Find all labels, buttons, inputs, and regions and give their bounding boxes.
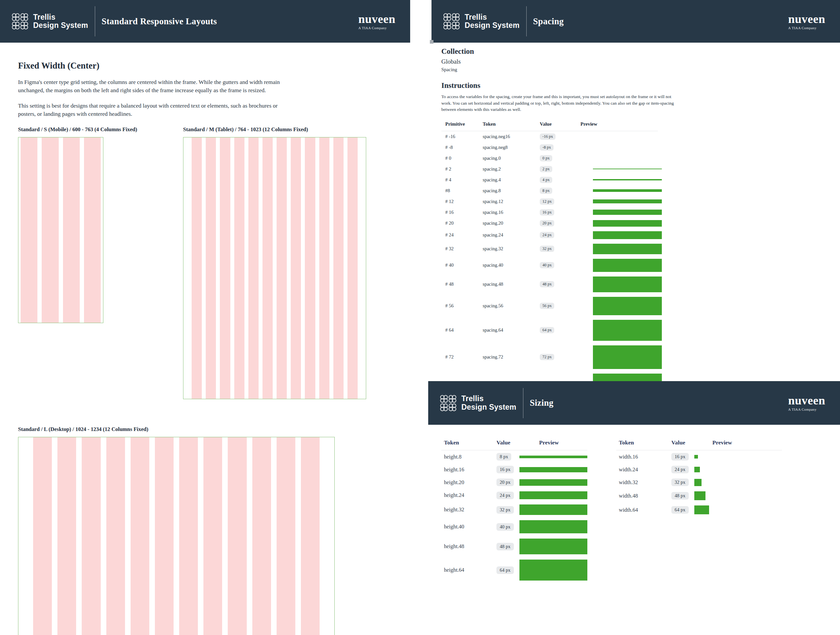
value-badge: 24 px	[496, 492, 514, 499]
spacing-preview-bar	[593, 259, 662, 272]
spacing-token-row: # 72spacing.7272 px	[441, 343, 658, 371]
token-cell: height.24	[444, 492, 496, 499]
spacing-token-row: # 12spacing.1212 px	[441, 196, 658, 207]
grid-column	[84, 137, 101, 323]
spacing-token-row: # 32spacing.3232 px	[441, 241, 658, 257]
trellis-logo-icon	[443, 13, 460, 30]
primitive-cell: # 16	[445, 210, 483, 215]
panel-standard-responsive-layouts[interactable]: Trellis Design System Standard Responsiv…	[0, 0, 410, 635]
nuveen-wordmark: nuveen	[788, 395, 825, 407]
desktop-grid-frame[interactable]	[18, 437, 335, 635]
grid-column	[262, 137, 273, 399]
token-cell: spacing.8	[483, 188, 540, 194]
width-table-rows: width.1616 pxwidth.2424 pxwidth.3232 pxw…	[616, 450, 782, 517]
layouts-header: Trellis Design System Standard Responsiv…	[0, 0, 410, 43]
value-cell: 8 px	[496, 453, 519, 460]
value-cell: 48 px	[540, 281, 581, 287]
preview-cell	[519, 479, 587, 486]
panel-spacing[interactable]: Trellis Design System Spacing nuveen A T…	[431, 0, 840, 380]
token-cell: spacing.40	[483, 262, 540, 268]
preview-cell	[519, 455, 587, 458]
mobile-grid-caption: Standard / S (Mobile) / 600 - 763 (4 Col…	[18, 126, 137, 133]
spacing-preview-bar	[593, 231, 662, 239]
primitive-cell: # -16	[445, 134, 483, 139]
spacing-token-row: # 24spacing.2424 px	[441, 229, 658, 241]
token-cell: height.48	[444, 543, 496, 550]
collection-heading: Collection	[441, 47, 840, 56]
grid-column	[276, 137, 287, 399]
value-cell: 24 px	[671, 466, 694, 473]
layouts-content: Fixed Width (Center) In Figma's center t…	[0, 43, 410, 635]
height-token-row: height.4848 px	[441, 536, 587, 557]
section-heading: Fixed Width (Center)	[18, 61, 392, 71]
height-preview-bar	[519, 559, 587, 581]
height-token-row: height.2424 px	[441, 489, 587, 502]
height-token-row: height.4040 px	[441, 518, 587, 536]
grid-column	[179, 437, 198, 635]
page-title: Standard Responsive Layouts	[102, 16, 217, 27]
value-badge: 4 px	[540, 177, 552, 183]
tablet-grid-frame[interactable]	[183, 137, 366, 399]
value-badge: 16 px	[540, 209, 554, 216]
primitive-cell: # 56	[445, 303, 483, 309]
token-cell: spacing.neg8	[483, 145, 540, 150]
value-cell: 72 px	[540, 354, 581, 360]
spacing-content: Collection Globals Spacing Instructions …	[431, 43, 840, 402]
value-badge: 64 px	[540, 327, 554, 333]
value-badge: 40 px	[540, 262, 554, 268]
spacing-preview-bar	[593, 320, 662, 341]
grid-column	[63, 137, 80, 323]
column-header-preview: Preview	[694, 439, 782, 446]
spacing-token-row: # 16spacing.1616 px	[441, 207, 658, 218]
grid-column	[131, 437, 149, 635]
width-token-row: width.3232 px	[616, 476, 782, 489]
preview-cell	[581, 297, 662, 315]
value-cell: 20 px	[496, 479, 519, 486]
trellis-brand: Trellis Design System	[443, 13, 520, 30]
spacing-table-rows: # -16spacing.neg16-16 px# -8spacing.neg8…	[441, 131, 658, 402]
height-preview-bar	[519, 479, 587, 486]
height-preview-bar	[519, 467, 587, 472]
width-token-row: width.6464 px	[616, 503, 782, 517]
token-cell: height.20	[444, 479, 496, 486]
value-cell: 16 px	[496, 466, 519, 473]
preview-cell	[694, 467, 782, 472]
value-cell: 24 px	[496, 492, 519, 499]
width-preview-square	[694, 479, 701, 486]
collection-group: Globals	[441, 58, 840, 65]
panel-sizing[interactable]: Trellis Design System Sizing nuveen A TI…	[428, 381, 840, 635]
preview-cell	[581, 320, 662, 341]
tablet-grid-caption: Standard / M (Tablet) / 764 - 1023 (12 C…	[183, 126, 366, 133]
token-cell: spacing.neg16	[483, 134, 540, 139]
sizing-content: Token Value Preview height.88 pxheight.1…	[428, 425, 840, 583]
value-badge: 48 px	[540, 281, 554, 287]
value-badge: 0 px	[540, 155, 552, 161]
grid-column	[21, 137, 38, 323]
grid-column	[305, 137, 315, 399]
grid-column	[106, 437, 125, 635]
spacing-token-row: # 4spacing.44 px	[441, 175, 658, 185]
value-badge: 8 px	[496, 453, 511, 460]
grid-column	[82, 437, 100, 635]
mobile-grid-frame[interactable]	[18, 137, 103, 323]
spacing-preview-bar	[593, 276, 662, 292]
trellis-wordmark: Trellis Design System	[33, 13, 88, 30]
height-token-row: height.2020 px	[441, 476, 587, 489]
primitive-cell: # 24	[445, 232, 483, 238]
width-table-header: Token Value Preview	[616, 437, 782, 450]
grid-column	[220, 137, 230, 399]
value-cell: 2 px	[540, 166, 581, 172]
value-cell: 32 px	[540, 246, 581, 252]
spacing-preview-bar	[593, 244, 662, 254]
primitive-cell: # -8	[445, 145, 483, 150]
primitive-cell: # 4	[445, 177, 483, 183]
spacing-token-row: # -16spacing.neg16-16 px	[441, 131, 658, 142]
header-divider	[526, 6, 527, 36]
grid-column	[252, 437, 271, 635]
grid-column	[42, 137, 58, 323]
value-badge: 32 px	[671, 479, 689, 486]
height-token-row: height.3232 px	[441, 502, 587, 518]
page-title: Spacing	[533, 16, 564, 27]
spacing-preview-bar	[593, 210, 662, 215]
selection-handle[interactable]	[430, 40, 433, 44]
